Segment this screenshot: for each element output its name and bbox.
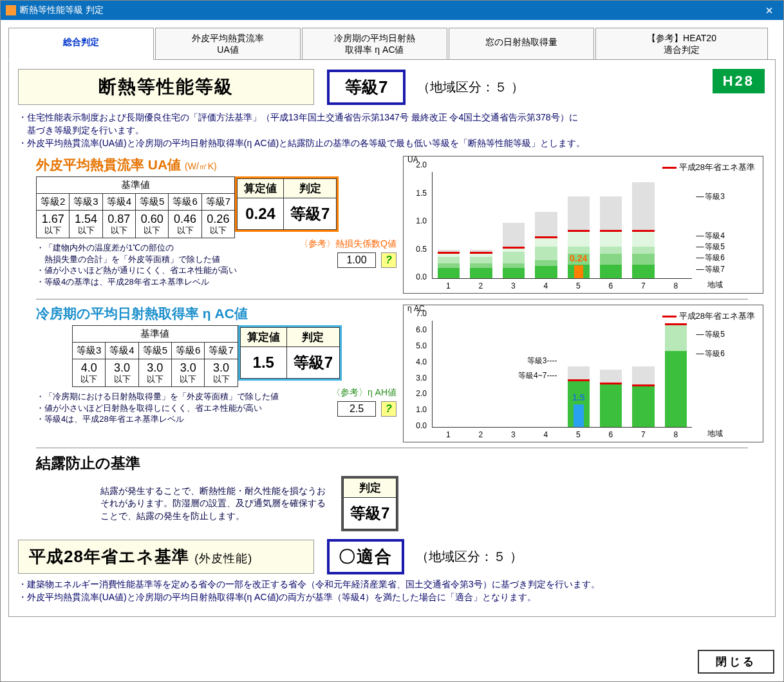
tab-window[interactable]: 窓の日射熱取得量 <box>449 28 594 59</box>
ketsuro-section: 結露防止の基準 結露が発生することで、断熱性能・耐久性能を損なうおそれがあります… <box>36 453 766 531</box>
ac-section: 冷房期の平均日射熱取得率 η AC値 基準値 等級3等級4等級5等級6等級7 4… <box>36 305 766 442</box>
content-area: 総合判定 外皮平均熱貫流率 UA値 冷房期の平均日射熱 取得率 η AC値 窓の… <box>1 20 783 681</box>
ac-ref-label: 〈参考〉η AH値 <box>331 387 397 399</box>
summary-title: 断熱等性能等級 <box>18 69 314 105</box>
ac-ref-value: 2.5 <box>337 401 376 417</box>
conform-box: 〇適合 <box>327 539 404 574</box>
help-icon[interactable]: ? <box>381 401 397 417</box>
titlebar: 断熱等性能等級 判定 × <box>1 1 783 20</box>
ac-calc-box: 算定値判定 1.5等級7 <box>238 325 342 381</box>
h28-row: 平成28年省エネ基準 (外皮性能) 〇適合 （地域区分：５ ） <box>18 539 766 574</box>
tab-ac[interactable]: 冷房期の平均日射熱 取得率 η AC値 <box>302 28 447 59</box>
tab-heat20[interactable]: 【参考】HEAT20 適合判定 <box>595 28 768 59</box>
tab-ua[interactable]: 外皮平均熱貫流率 UA値 <box>155 28 301 59</box>
help-icon[interactable]: ? <box>381 252 397 268</box>
tab-overall[interactable]: 総合判定 <box>8 28 154 60</box>
close-button[interactable]: 閉じる <box>698 650 774 674</box>
h28-badge: H28 <box>713 69 765 93</box>
panel: H28 断熱等性能等級 等級7 （地域区分：５ ） ・住宅性能表示制度および長期… <box>8 59 776 617</box>
ua-std-table: 基準値 等級2等級3等級4等級5等級6等級7 1.67以下1.54以下0.87以… <box>36 176 235 238</box>
ua-title: 外皮平均熱貫流率 UA値 (W/㎡K) <box>36 156 397 174</box>
zone-label: （地域区分：５ ） <box>417 79 524 96</box>
ac-judge-value: 等級7 <box>286 347 339 379</box>
app-window: 断熱等性能等級 判定 × 総合判定 外皮平均熱貫流率 UA値 冷房期の平均日射熱… <box>0 0 784 682</box>
h28-zone: （地域区分：５ ） <box>416 548 523 565</box>
ac-std-table: 基準値 等級3等級4等級5等級6等級7 4.0以下3.0以下3.0以下3.0以下… <box>72 325 238 387</box>
tabs: 総合判定 外皮平均熱貫流率 UA値 冷房期の平均日射熱 取得率 η AC値 窓の… <box>8 28 776 59</box>
ketsuro-box: 判定 等級7 <box>341 476 398 531</box>
ac-title: 冷房期の平均日射熱取得率 η AC値 <box>36 305 397 323</box>
ua-section: 外皮平均熱貫流率 UA値 (W/㎡K) 基準値 等級2等級3等級4等級5等級6等… <box>36 156 766 294</box>
ac-chart: η AC 平成28年省エネ基準 7.06.05.04.03.02.01.00.0… <box>403 305 763 442</box>
ketsuro-judge-value: 等級7 <box>344 498 397 529</box>
ua-ref-value: 1.00 <box>337 252 376 268</box>
grade-box: 等級7 <box>327 70 406 105</box>
ua-calc-value: 0.24 <box>238 198 284 230</box>
ketsuro-notes: 結露が発生することで、断熱性能・耐久性能を損なうおそれがあります。防湿層の設置、… <box>100 485 332 523</box>
close-icon[interactable]: × <box>760 3 778 18</box>
divider <box>36 299 748 299</box>
ua-chart: UA 平成28年省エネ基準 2.01.51.00.50.0 0.24 12345… <box>403 156 763 294</box>
ua-judge-value: 等級7 <box>284 198 337 230</box>
summary-desc: ・住宅性能表示制度および長期優良住宅の「評価方法基準」（平成13年国土交通省告示… <box>18 111 766 149</box>
window-title: 断熱等性能等級 判定 <box>20 5 104 16</box>
h28-desc: ・建築物エネルギー消費性能基準等を定める省令の一部を改正する省令（令和元年経済産… <box>18 578 766 603</box>
ua-calc-box: 算定値判定 0.24等級7 <box>235 176 339 232</box>
ac-calc-value: 1.5 <box>240 347 286 379</box>
ua-notes: ・「建物内外の温度差が1℃の部位の 熱損失量の合計」を「外皮等面積」で除した値 … <box>36 242 293 287</box>
ac-notes: ・「冷房期における日射熱取得量」を「外皮等面積」で除した値 ・値が小さいほど日射… <box>36 391 325 425</box>
ua-ref-label: 〈参考〉熱損失係数Q値 <box>299 238 397 250</box>
ketsuro-title: 結露防止の基準 <box>36 453 766 473</box>
divider <box>36 448 748 448</box>
app-icon <box>6 5 16 15</box>
h28-title: 平成28年省エネ基準 (外皮性能) <box>18 540 314 574</box>
